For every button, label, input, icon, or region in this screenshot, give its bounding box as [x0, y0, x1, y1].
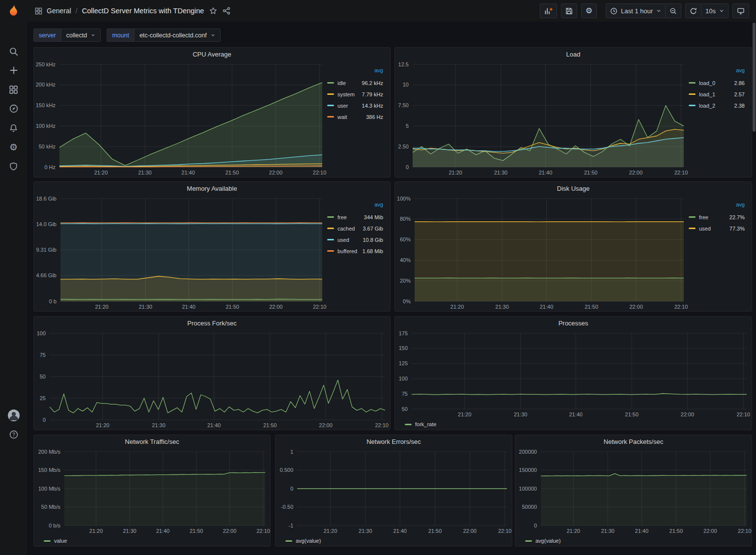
series-color-dash — [327, 216, 334, 218]
legend-series-value: 77.3% — [729, 226, 745, 232]
legend-item-buffered[interactable]: buffered1.68 Mib — [327, 245, 383, 257]
svg-text:22:10: 22:10 — [256, 528, 270, 534]
svg-text:22:10: 22:10 — [313, 304, 327, 310]
svg-text:21:20: 21:20 — [448, 170, 462, 175]
network-errors-chart[interactable]: -1-0.5000.500121:2021:3021:4021:5022:002… — [276, 448, 512, 535]
svg-text:22:00: 22:00 — [223, 528, 237, 534]
panel-title[interactable]: Network Traffic/sec — [34, 435, 270, 448]
time-range-label: Last 1 hour — [621, 7, 653, 15]
svg-text:21:50: 21:50 — [263, 422, 277, 428]
legend-series-value: 3.67 Gib — [363, 226, 383, 232]
breadcrumb-section[interactable]: General — [47, 7, 71, 15]
legend-series-value: 344 Mib — [364, 214, 383, 220]
legend-series-name: load_1 — [699, 91, 715, 97]
legend-header[interactable]: avg — [689, 67, 745, 77]
legend-item-load_1[interactable]: load_12.57 — [689, 88, 745, 100]
legend-item-load_0[interactable]: load_02.86 — [689, 77, 745, 88]
svg-text:200000: 200000 — [519, 449, 537, 455]
disk-usage-chart[interactable]: 0%20%40%60%80%100%21:2021:3021:4021:5022… — [395, 195, 689, 311]
svg-text:18.6 Gib: 18.6 Gib — [36, 196, 56, 202]
legend-item-idle[interactable]: idle96.2 kHz — [327, 77, 383, 88]
network-traffic-chart[interactable]: 0 b/s50 Mb/s100 Mb/s150 Mb/s200 Mb/s21:2… — [34, 448, 270, 535]
cycle-view-mode-button[interactable] — [732, 3, 749, 18]
legend-item-free[interactable]: free344 Mib — [327, 211, 383, 223]
create-plus-icon[interactable] — [0, 61, 27, 80]
star-icon[interactable] — [209, 7, 217, 15]
panel-title[interactable]: Network Errors/sec — [276, 435, 512, 448]
processes-chart[interactable]: 507510012515017521:2021:3021:4021:5022:0… — [395, 329, 752, 419]
refresh-interval-button[interactable]: 10s — [701, 3, 728, 18]
legend-item-value[interactable]: value — [44, 538, 67, 544]
time-range-button[interactable]: Last 1 hour — [606, 3, 666, 18]
legend-item-cached[interactable]: cached3.67 Gib — [327, 223, 383, 234]
panel-processes: Processes 507510012515017521:2021:3021:4… — [394, 316, 752, 430]
variable-mount-value[interactable]: etc-collectd-collectd.conf — [134, 29, 220, 41]
svg-text:1: 1 — [290, 449, 293, 455]
panel-title[interactable]: Memory Available — [34, 182, 390, 195]
refresh-button[interactable] — [685, 3, 701, 18]
alerting-bell-icon[interactable] — [0, 118, 27, 137]
legend-item-system[interactable]: system7.79 kHz — [327, 88, 383, 100]
legend-series-value: 7.79 kHz — [362, 91, 383, 97]
svg-text:250 kHz: 250 kHz — [36, 61, 56, 67]
grafana-logo[interactable] — [7, 4, 20, 19]
svg-text:21:40: 21:40 — [156, 528, 170, 534]
panel-title[interactable]: Disk Usage — [395, 182, 752, 195]
panel-title[interactable]: Processes — [395, 317, 752, 329]
legend: fork_rate — [395, 419, 752, 430]
save-dashboard-button[interactable] — [561, 3, 577, 18]
svg-text:21:20: 21:20 — [95, 304, 109, 310]
dashboard-settings-button[interactable]: ⚙ — [581, 3, 597, 18]
panel-title[interactable]: Load — [395, 48, 752, 60]
legend-item-avg(value)[interactable]: avg(value) — [285, 538, 321, 544]
process-fork-chart[interactable]: 025507510021:2021:3021:4021:5022:0022:10 — [34, 329, 390, 430]
legend-item-user[interactable]: user14.3 kHz — [327, 100, 383, 111]
memory-available-chart[interactable]: 0 b4.66 Gib9.31 Gib14.0 Gib18.6 Gib21:20… — [34, 195, 327, 311]
cpu-average-chart[interactable]: 0 Hz50 kHz100 kHz150 kHz200 kHz250 kHz21… — [34, 60, 327, 177]
legend-series-name: cached — [337, 226, 355, 232]
legend-header[interactable]: avg — [327, 67, 383, 77]
dashboards-icon[interactable] — [0, 80, 27, 99]
scrollbar[interactable] — [752, 22, 756, 555]
panel-memory-available: Memory Available 0 b4.66 Gib9.31 Gib14.0… — [33, 181, 391, 312]
legend-item-used[interactable]: used77.3% — [689, 223, 745, 234]
svg-text:22:10: 22:10 — [498, 528, 512, 534]
legend: avgidle96.2 kHzsystem7.79 kHzuser14.3 kH… — [327, 60, 390, 177]
svg-text:175: 175 — [399, 330, 408, 336]
share-icon[interactable] — [223, 7, 230, 15]
zoom-out-button[interactable] — [665, 3, 681, 18]
panel-title[interactable]: Network Packets/sec — [515, 435, 752, 448]
server-admin-shield-icon[interactable] — [0, 157, 27, 175]
legend-item-load_2[interactable]: load_22.38 — [689, 100, 745, 111]
legend-header[interactable]: avg — [327, 202, 383, 211]
explore-compass-icon[interactable] — [0, 99, 27, 118]
legend-item-free[interactable]: free22.7% — [689, 211, 745, 223]
search-icon[interactable] — [0, 42, 27, 61]
legend-item-fork_rate[interactable]: fork_rate — [405, 421, 436, 427]
monitor-icon — [737, 7, 745, 15]
panel-title[interactable]: Process Fork/sec — [34, 317, 390, 329]
legend-header[interactable]: avg — [689, 202, 745, 211]
network-packets-chart[interactable]: 05000010000015000020000021:2021:3021:402… — [515, 448, 752, 535]
nav-toolbar: ⚙ Last 1 hour 10s — [540, 3, 749, 18]
panel-title[interactable]: CPU Average — [34, 48, 390, 60]
variable-server-value[interactable]: collectd — [61, 29, 100, 41]
add-panel-button[interactable] — [540, 3, 557, 18]
svg-text:0 b/s: 0 b/s — [49, 523, 60, 528]
series-color-dash — [689, 216, 696, 218]
configuration-gear-icon[interactable]: ⚙ — [0, 138, 27, 156]
legend-item-wait[interactable]: wait386 Hz — [327, 111, 383, 122]
load-chart[interactable]: 02.5057.501012.521:2021:3021:4021:5022:0… — [395, 60, 689, 177]
legend-item-avg(value)[interactable]: avg(value) — [525, 538, 560, 544]
series-color-dash — [327, 82, 334, 84]
svg-text:21:50: 21:50 — [225, 170, 239, 175]
svg-text:75: 75 — [40, 352, 46, 358]
legend-series-name: used — [337, 237, 349, 243]
panel-load: Load 02.5057.501012.521:2021:3021:4021:5… — [394, 47, 752, 177]
svg-text:50 kHz: 50 kHz — [39, 144, 56, 149]
scrollbar-thumb[interactable] — [753, 23, 756, 132]
legend-item-used[interactable]: used10.8 Gib — [327, 234, 383, 245]
panel-network-packets: Network Packets/sec 05000010000015000020… — [515, 435, 752, 547]
help-icon[interactable]: ? — [0, 425, 27, 444]
user-avatar[interactable] — [0, 406, 27, 425]
